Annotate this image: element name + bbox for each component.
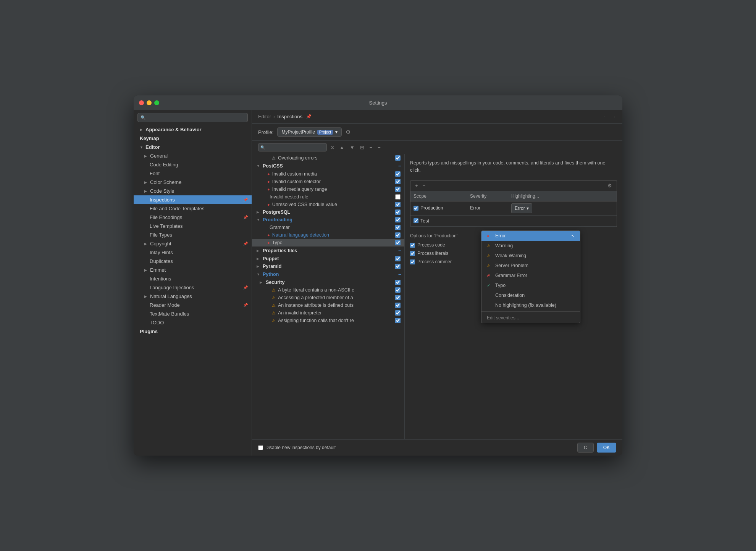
minimize-button[interactable] xyxy=(147,100,152,105)
tree-item-invalid-media[interactable]: ● Invalid custom media xyxy=(252,170,404,178)
nav-back-button[interactable]: ← xyxy=(603,114,608,119)
disable-inspections-checkbox[interactable] xyxy=(258,445,263,450)
popup-item-weak-warning[interactable]: ⚠ Weak Warning xyxy=(481,251,580,261)
sidebar-item-file-encodings[interactable]: File Encodings 📌 xyxy=(134,213,252,222)
item-checkbox[interactable] xyxy=(395,194,401,200)
nav-forward-button[interactable]: → xyxy=(611,114,616,119)
scope-checkbox[interactable] xyxy=(414,206,418,211)
tree-item-proofreading[interactable]: ▼ Proofreading xyxy=(252,216,404,224)
sidebar-item-appearance[interactable]: ▶ Appearance & Behavior xyxy=(134,125,252,134)
tree-item-properties[interactable]: ▶ Properties files − xyxy=(252,246,404,255)
tree-item-protected-member[interactable]: ⚠ Accessing a protected member of a xyxy=(252,294,404,301)
sidebar-item-textmate-bundles[interactable]: TextMate Bundles xyxy=(134,309,252,318)
item-checkbox[interactable] xyxy=(395,280,401,285)
item-checkbox[interactable] xyxy=(395,240,401,245)
sidebar-item-emmet[interactable]: ▶ Emmet xyxy=(134,266,252,274)
item-checkbox[interactable] xyxy=(395,155,401,161)
add-button[interactable]: + xyxy=(368,144,374,151)
sidebar-item-live-templates[interactable]: Live Templates xyxy=(134,222,252,230)
scope-row-test[interactable]: Test xyxy=(410,216,617,227)
tree-item-invalid-interpreter[interactable]: ⚠ An invalid interpreter xyxy=(252,309,404,317)
filter-button[interactable]: ⧖ xyxy=(329,143,336,151)
expand-all-button[interactable]: ▲ xyxy=(338,144,346,151)
scope-checkbox[interactable] xyxy=(414,218,418,223)
sidebar-item-inspections[interactable]: Inspections 📌 xyxy=(134,195,252,204)
tree-item-pyramid[interactable]: ▶ Pyramid xyxy=(252,263,404,270)
sidebar-item-language-injections[interactable]: Language Injections 📌 xyxy=(134,283,252,292)
sidebar-item-todo[interactable]: TODO xyxy=(134,318,252,327)
item-checkbox[interactable] xyxy=(395,209,401,215)
tree-item-puppet[interactable]: ▶ Puppet xyxy=(252,255,404,263)
sidebar-item-editor[interactable]: ▼ Editor xyxy=(134,143,252,151)
process-literals-checkbox[interactable] xyxy=(410,251,415,256)
sidebar-item-copyright[interactable]: ▶ Copyright 📌 xyxy=(134,239,252,248)
sidebar-item-inlay-hints[interactable]: Inlay Hints xyxy=(134,248,252,257)
profile-gear-button[interactable]: ⚙ xyxy=(346,129,351,135)
sidebar-item-natural-languages[interactable]: ▶ Natural Languages xyxy=(134,292,252,301)
sidebar-item-plugins[interactable]: Plugins xyxy=(134,327,252,336)
sidebar-item-file-types[interactable]: File Types xyxy=(134,230,252,239)
inspections-search-input[interactable] xyxy=(258,143,327,151)
item-checkbox[interactable] xyxy=(395,256,401,261)
tree-item-unresolved-css[interactable]: ● Unresolved CSS module value xyxy=(252,201,404,208)
maximize-button[interactable] xyxy=(154,100,159,105)
sidebar-item-file-templates[interactable]: File and Code Templates xyxy=(134,204,252,213)
item-checkbox[interactable] xyxy=(395,187,401,192)
gear-scope-button[interactable]: ⚙ xyxy=(606,182,614,189)
edit-severities-button[interactable]: Edit severities... xyxy=(481,313,580,323)
item-checkbox[interactable] xyxy=(395,171,401,177)
item-checkbox[interactable] xyxy=(395,264,401,269)
item-checkbox[interactable] xyxy=(395,179,401,184)
sidebar-item-color-scheme[interactable]: ▶ Color Scheme xyxy=(134,178,252,187)
sidebar-item-general[interactable]: ▶ General xyxy=(134,151,252,160)
tree-item-assigning-fn[interactable]: ⚠ Assigning function calls that don't re xyxy=(252,317,404,324)
profile-dropdown[interactable]: MyProjectProfile Project ▾ xyxy=(277,127,341,137)
tree-item-byte-literal[interactable]: ⚠ A byte literal contains a non-ASCII c xyxy=(252,286,404,294)
tree-item-nld[interactable]: ● Natural language detection xyxy=(252,231,404,239)
sidebar-item-reader-mode[interactable]: Reader Mode 📌 xyxy=(134,301,252,309)
tree-item-invalid-nested[interactable]: Invalid nested rule xyxy=(252,193,404,201)
sidebar-item-duplicates[interactable]: Duplicates xyxy=(134,257,252,266)
ok-button[interactable]: OK xyxy=(597,443,616,453)
sidebar-item-code-editing[interactable]: Code Editing xyxy=(134,160,252,169)
item-checkbox[interactable] xyxy=(395,318,401,323)
tree-item-typo[interactable]: ● Typo xyxy=(252,239,404,246)
sidebar-item-intentions[interactable]: Intentions xyxy=(134,274,252,283)
process-comments-checkbox[interactable] xyxy=(410,259,415,264)
tree-item-grammar[interactable]: Grammar xyxy=(252,224,404,231)
item-checkbox[interactable] xyxy=(395,225,401,230)
sidebar-item-keymap[interactable]: Keymap xyxy=(134,134,252,143)
tree-item-invalid-selector[interactable]: ● Invalid custom selector xyxy=(252,178,404,185)
popup-item-grammar-error[interactable]: ✗ Grammar Error xyxy=(481,271,580,280)
process-code-checkbox[interactable] xyxy=(410,243,415,248)
severity-dropdown[interactable]: Error ▾ xyxy=(511,203,532,213)
cancel-button[interactable]: C xyxy=(577,443,594,453)
popup-item-no-highlighting[interactable]: No highlighting (fix available) xyxy=(481,300,580,310)
popup-item-typo[interactable]: ✓ Typo xyxy=(481,280,580,290)
popup-item-server-problem[interactable]: ⚠ Server Problem xyxy=(481,261,580,271)
popup-item-consideration[interactable]: Consideration xyxy=(481,290,580,300)
tree-item-security[interactable]: ▶ Security xyxy=(252,279,404,286)
item-checkbox[interactable] xyxy=(395,232,401,238)
item-checkbox[interactable] xyxy=(395,202,401,207)
item-checkbox[interactable] xyxy=(395,217,401,222)
popup-item-error[interactable]: ● Error ↖ xyxy=(481,231,580,241)
collapse-tree-button[interactable]: ⊟ xyxy=(359,144,366,151)
sidebar-search-input[interactable] xyxy=(137,113,248,122)
item-checkbox[interactable] xyxy=(395,287,401,293)
tree-item-invalid-query[interactable]: ● Invalid media query range xyxy=(252,185,404,193)
tree-item-postcss[interactable]: ▼ PostCSS − xyxy=(252,162,404,170)
add-scope-button[interactable]: + xyxy=(414,182,420,189)
tree-item-instance-attr[interactable]: ⚠ An instance attribute is defined outs xyxy=(252,301,404,309)
tree-item-postgresql[interactable]: ▶ PostgreSQL xyxy=(252,208,404,216)
item-checkbox[interactable] xyxy=(395,303,401,308)
tree-item-overloading[interactable]: ⚠ Overloading errors xyxy=(252,154,404,162)
sidebar-item-code-style[interactable]: ▶ Code Style xyxy=(134,187,252,195)
popup-item-warning[interactable]: ⚠ Warning xyxy=(481,241,580,251)
remove-scope-button[interactable]: − xyxy=(421,182,427,189)
item-checkbox[interactable] xyxy=(395,310,401,316)
collapse-all-button[interactable]: ▼ xyxy=(348,144,356,151)
close-button[interactable] xyxy=(139,100,144,105)
scope-row-production[interactable]: Production Error Error ▾ xyxy=(410,201,617,216)
sidebar-item-font[interactable]: Font xyxy=(134,169,252,178)
